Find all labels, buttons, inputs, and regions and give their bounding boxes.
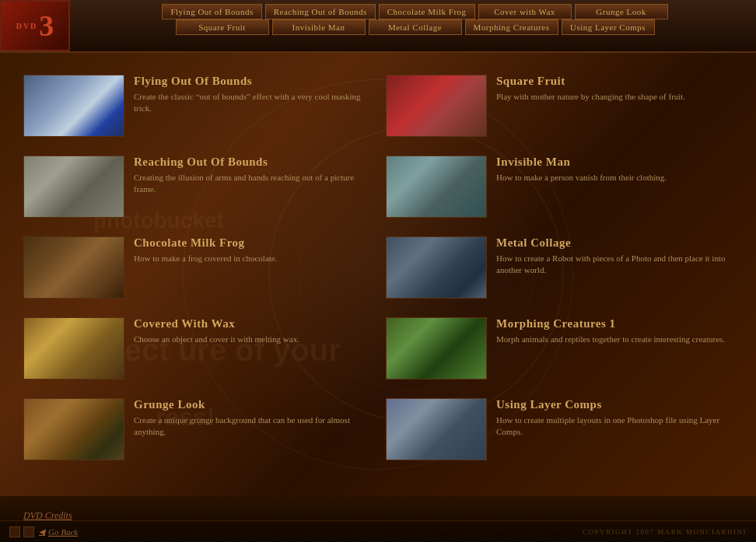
item-title-square: Square Fruit: [496, 75, 733, 88]
list-item[interactable]: Invisible Man How to make a person vanis…: [386, 149, 733, 224]
item-desc-metal: How to create a Robot with pieces of a P…: [496, 253, 733, 277]
thumb-inner: [24, 75, 124, 136]
item-info-flying: Flying Out Of Bounds Create the classic …: [134, 75, 370, 115]
item-info-reaching: Reaching Out Of Bounds Creating the illu…: [134, 156, 370, 196]
item-title-invisible: Invisible Man: [496, 156, 733, 169]
item-info-grunge: Grunge Look Create a unique grunge backg…: [134, 398, 370, 439]
item-info-square: Square Fruit Play with mother nature by …: [496, 75, 733, 103]
items-grid: Flying Out Of Bounds Create the classic …: [23, 68, 733, 467]
item-info-layer: Using Layer Comps How to create multiple…: [496, 398, 733, 439]
item-title-layer: Using Layer Comps: [496, 398, 733, 411]
nav-btn-flying[interactable]: Flying Out of Bounds: [162, 4, 261, 19]
list-item[interactable]: Flying Out Of Bounds Create the classic …: [23, 68, 370, 143]
thumbnail-metal: [386, 236, 487, 299]
dvd-credits-link[interactable]: DVD Credits: [23, 510, 72, 521]
list-item[interactable]: Metal Collage How to create a Robot with…: [386, 230, 733, 305]
item-desc-square: Play with mother nature by changing the …: [496, 91, 733, 103]
nav-btn-morphing[interactable]: Morphing Creatures: [465, 19, 558, 35]
dvd-number: 3: [39, 9, 54, 43]
item-info-metal: Metal Collage How to create a Robot with…: [496, 236, 733, 277]
item-desc-chocolate: How to make a frog covered in chocolate.: [134, 253, 370, 264]
main-content: photobucket Protect ure of your ress! Fl…: [0, 53, 756, 496]
go-back-button[interactable]: ◀ Go Back: [39, 527, 78, 537]
item-desc-invisible: How to make a person vanish from their c…: [496, 172, 733, 184]
thumb-inner: [387, 75, 486, 136]
thumbnail-grunge: [23, 398, 124, 460]
item-desc-flying: Create the classic “out of bounds” effec…: [134, 91, 370, 115]
thumb-inner: [387, 399, 486, 460]
nav-row-1: Flying Out of Bounds Reaching Out of Bou…: [74, 4, 756, 19]
thumbnail-layer: [386, 398, 487, 460]
dvd-label: DVD: [16, 22, 38, 30]
list-item[interactable]: Reaching Out Of Bounds Creating the illu…: [23, 149, 370, 224]
item-title-chocolate: Chocolate Milk Frog: [134, 236, 370, 250]
thumb-inner: [387, 237, 486, 298]
nav-btn-layer[interactable]: Using Layer Comps: [562, 19, 655, 35]
nav-btn-invisible[interactable]: Invisible Man: [272, 19, 366, 35]
thumb-inner: [24, 156, 124, 217]
thumb-inner: [24, 318, 124, 379]
nav-container: Flying Out of Bounds Reaching Out of Bou…: [74, 0, 756, 39]
thumb-inner: [24, 399, 124, 460]
nav-btn-cover[interactable]: Cover with Wax: [478, 4, 572, 19]
list-item[interactable]: Chocolate Milk Frog How to make a frog c…: [23, 230, 370, 305]
dvd-logo: DVD 3: [0, 0, 70, 51]
item-desc-morphing: Morph animals and reptiles together to c…: [496, 334, 733, 345]
go-back-arrow-icon: ◀: [39, 527, 45, 536]
item-desc-layer: How to create multiple layouts in one Ph…: [496, 414, 733, 439]
list-item[interactable]: Morphing Creatures 1 Morph animals and r…: [386, 311, 733, 386]
go-back-label: Go Back: [48, 527, 78, 537]
nav-row-2: Square Fruit Invisible Man Metal Collage…: [74, 19, 756, 35]
thumbnail-flying: [23, 75, 124, 137]
item-desc-grunge: Create a unique grunge background that c…: [134, 414, 370, 439]
thumbnail-morphing: [386, 317, 487, 379]
item-title-grunge: Grunge Look: [134, 398, 370, 411]
item-title-flying: Flying Out Of Bounds: [134, 75, 370, 88]
nav-btn-chocolate[interactable]: Chocolate Milk Frog: [379, 4, 475, 19]
nav-btn-square[interactable]: Square Fruit: [176, 19, 269, 35]
thumb-inner: [24, 237, 124, 298]
item-title-morphing: Morphing Creatures 1: [496, 317, 733, 330]
thumbnail-reaching: [23, 156, 124, 218]
item-info-covered: Covered With Wax Choose an object and co…: [134, 317, 370, 345]
thumbnail-invisible: [386, 156, 487, 218]
thumb-inner: [387, 156, 486, 217]
bottom-icons: [9, 526, 34, 537]
item-desc-covered: Choose an object and cover it with melti…: [134, 334, 370, 345]
thumb-inner: [387, 318, 486, 379]
item-title-reaching: Reaching Out Of Bounds: [134, 156, 370, 169]
thumbnail-square: [386, 75, 487, 137]
list-item[interactable]: Grunge Look Create a unique grunge backg…: [23, 392, 370, 467]
nav-btn-reaching[interactable]: Reaching Out of Bounds: [265, 4, 376, 19]
thumbnail-covered: [23, 317, 124, 379]
nav-wrapper: DVD 3 Flying Out of Bounds Reaching Out …: [0, 0, 756, 53]
list-item[interactable]: Square Fruit Play with mother nature by …: [386, 68, 733, 143]
item-info-morphing: Morphing Creatures 1 Morph animals and r…: [496, 317, 733, 345]
copyright-text: COPYRIGHT 2007 MARK MONCIARDINI: [583, 528, 747, 536]
thumbnail-chocolate: [23, 236, 124, 299]
nav-btn-grunge[interactable]: Grunge Look: [575, 4, 668, 19]
bottom-icon-1: [9, 526, 20, 537]
list-item[interactable]: Using Layer Comps How to create multiple…: [386, 392, 733, 467]
item-title-covered: Covered With Wax: [134, 317, 370, 330]
list-item[interactable]: Covered With Wax Choose an object and co…: [23, 311, 370, 386]
item-title-metal: Metal Collage: [496, 236, 733, 250]
bottom-icon-2: [23, 526, 34, 537]
bottom-bar: ◀ Go Back COPYRIGHT 2007 MARK MONCIARDIN…: [0, 520, 756, 542]
item-info-chocolate: Chocolate Milk Frog How to make a frog c…: [134, 236, 370, 264]
item-info-invisible: Invisible Man How to make a person vanis…: [496, 156, 733, 184]
nav-btn-metal[interactable]: Metal Collage: [369, 19, 462, 35]
item-desc-reaching: Creating the illusion of arms and hands …: [134, 172, 370, 196]
